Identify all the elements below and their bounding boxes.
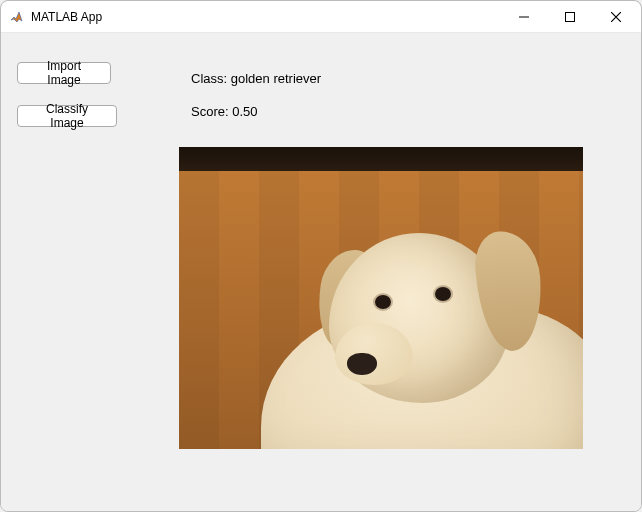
dog-nose	[347, 353, 377, 375]
image-background-dark	[179, 147, 583, 171]
dog-eye-left	[375, 295, 391, 309]
dog-eye-right	[435, 287, 451, 301]
client-area: Import Image Classify Image Class: golde…	[1, 33, 641, 511]
import-image-button[interactable]: Import Image	[17, 62, 111, 84]
maximize-button[interactable]	[547, 1, 593, 33]
matlab-icon	[9, 9, 25, 25]
titlebar[interactable]: MATLAB App	[1, 1, 641, 33]
score-label: Score: 0.50	[191, 104, 321, 120]
class-label: Class: golden retriever	[191, 71, 321, 87]
minimize-button[interactable]	[501, 1, 547, 33]
image-display	[179, 147, 583, 449]
svg-rect-0	[566, 13, 575, 22]
classify-image-button[interactable]: Classify Image	[17, 105, 117, 127]
close-button[interactable]	[593, 1, 639, 33]
classification-result: Class: golden retriever Score: 0.50	[191, 55, 321, 136]
window-controls	[501, 1, 639, 32]
window-title: MATLAB App	[31, 10, 501, 24]
dog-muzzle	[335, 323, 413, 385]
